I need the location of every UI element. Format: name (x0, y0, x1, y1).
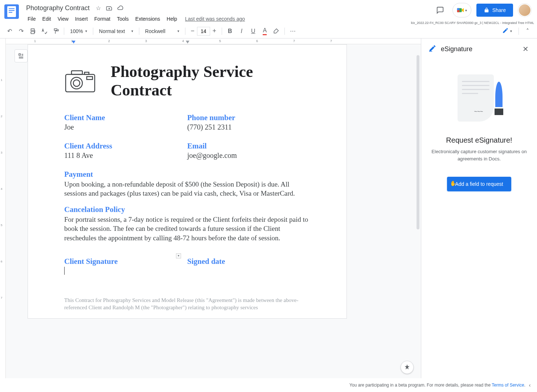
field-label-client-name: Client Name (64, 113, 187, 122)
body-text-payment: Upon booking, a non-refundable deposit o… (64, 180, 310, 198)
panel-heading: Request eSignature! (446, 136, 512, 144)
panel-description: Electronically capture customer signatur… (430, 148, 528, 162)
cursor-icon: ✋ (450, 180, 456, 186)
move-icon[interactable] (106, 4, 113, 12)
explore-button[interactable] (401, 361, 414, 374)
horizontal-ruler[interactable]: 1 1 2 3 4 5 6 7 7 (6, 38, 421, 44)
footer-text: This Contract for Photography Services a… (64, 297, 310, 311)
indent-marker-right-icon[interactable] (186, 41, 189, 44)
spellcheck-button[interactable] (39, 26, 49, 36)
vertical-ruler: 1 2 3 4 5 6 7 (0, 38, 6, 378)
add-field-label: Add a field to request (455, 181, 503, 187)
meet-button[interactable]: ▾ (452, 3, 471, 17)
bottom-bar: You are participating in a beta program.… (0, 378, 537, 392)
svg-rect-0 (7, 6, 16, 17)
menu-edit[interactable]: Edit (40, 15, 54, 23)
italic-button[interactable]: I (237, 26, 247, 36)
font-dropdown[interactable]: Rockwell▾ (142, 27, 182, 36)
lock-icon (484, 7, 489, 13)
esignature-illustration: ~~~ (454, 74, 505, 129)
esignature-icon (429, 44, 436, 54)
field-label-email: Email (187, 142, 310, 151)
styles-dropdown[interactable]: Normal text▾ (96, 27, 136, 36)
menu-help[interactable]: Help (164, 15, 180, 23)
beta-notice: You are participating in a beta program.… (349, 383, 525, 388)
svg-rect-18 (87, 77, 93, 79)
body-text-cancellation: For portrait sessions, a 7-day notice is… (64, 215, 310, 242)
underline-button[interactable]: U (248, 26, 258, 36)
debug-build-text: kix_2022.22-Fri_RC00 SCARY SHARD000 gc_3… (411, 21, 534, 25)
field-label-signed-date: Signed date (187, 257, 310, 266)
font-size-input[interactable] (197, 27, 210, 36)
zoom-dropdown[interactable]: 100%▾ (67, 27, 90, 36)
svg-rect-2 (9, 10, 15, 11)
menu-extensions[interactable]: Extensions (132, 15, 163, 23)
title-area: Photography Contract ☆ File Edit View In… (25, 3, 433, 23)
document-title[interactable]: Photography Contract (25, 4, 91, 13)
field-value-address: 111 8 Ave (64, 151, 187, 160)
canvas-area: 1 1 2 3 4 5 6 7 7 Photography Service Co… (6, 38, 421, 378)
cloud-status-icon[interactable] (116, 4, 124, 12)
paint-format-button[interactable] (51, 26, 61, 36)
menu-format[interactable]: Format (91, 15, 113, 23)
editing-mode-dropdown[interactable]: ▾ (499, 26, 515, 37)
docs-logo-icon[interactable] (4, 4, 19, 19)
print-button[interactable] (28, 26, 38, 36)
expand-side-button[interactable]: ‹ (525, 382, 534, 388)
text-color-button[interactable]: A (260, 26, 270, 36)
menu-file[interactable]: File (25, 15, 39, 23)
highlight-button[interactable] (271, 26, 282, 36)
terms-link[interactable]: Terms of Service (492, 383, 524, 388)
more-tools-button[interactable]: ⋯ (288, 26, 298, 36)
section-dropdown-icon[interactable]: ▾ (176, 253, 181, 258)
add-field-button[interactable]: ✋ Add a field to request (447, 177, 511, 191)
main-area: 1 2 3 4 5 6 7 1 1 2 3 4 5 6 7 7 Photog (0, 38, 537, 378)
pencil-icon (502, 27, 509, 35)
titlebar: Photography Contract ☆ File Edit View In… (0, 0, 537, 24)
outline-toggle-button[interactable] (15, 49, 28, 62)
svg-rect-1 (9, 8, 15, 9)
menu-tools[interactable]: Tools (114, 15, 132, 23)
collapse-toolbar-button[interactable]: ˄ (522, 26, 533, 36)
panel-title: eSignature (441, 45, 517, 53)
share-button[interactable]: Share (476, 4, 513, 17)
document-heading: Photography Service Contract (111, 63, 310, 99)
field-value-email: joe@google.com (187, 151, 310, 160)
svg-rect-5 (457, 8, 459, 11)
document-page[interactable]: Photography Service Contract Client Name… (28, 44, 347, 319)
title-right: ▾ Share (433, 3, 533, 17)
field-label-cancellation: Cancelation Policy (64, 205, 310, 214)
svg-rect-8 (19, 54, 21, 56)
share-label: Share (492, 7, 506, 13)
close-panel-button[interactable]: ✕ (521, 45, 530, 53)
field-label-payment: Payment (64, 170, 310, 179)
svg-rect-15 (85, 72, 89, 74)
font-size-control: − + (188, 27, 219, 36)
comments-button[interactable] (433, 3, 447, 17)
decrease-font-button[interactable]: − (188, 27, 197, 36)
svg-point-17 (73, 80, 80, 86)
camera-illustration-icon (64, 69, 96, 94)
vertical-scrollbar[interactable] (417, 44, 421, 378)
indent-marker-left-icon[interactable] (72, 41, 75, 44)
last-edit-link[interactable]: Last edit was seconds ago (185, 16, 245, 22)
text-cursor (64, 267, 65, 275)
field-value-phone: (770) 251 2311 (187, 123, 310, 131)
svg-point-16 (71, 77, 82, 89)
increase-font-button[interactable]: + (210, 27, 219, 36)
undo-button[interactable]: ↶ (4, 26, 15, 36)
bold-button[interactable]: B (225, 26, 235, 36)
field-label-address: Client Address (64, 142, 187, 151)
account-avatar[interactable] (518, 4, 531, 17)
menu-view[interactable]: View (55, 15, 71, 23)
menubar: File Edit View Insert Format Tools Exten… (25, 15, 433, 23)
redo-button[interactable]: ↷ (16, 26, 26, 36)
caret-down-icon: ▾ (465, 8, 467, 12)
svg-rect-6 (457, 10, 459, 12)
menu-insert[interactable]: Insert (72, 15, 91, 23)
svg-rect-7 (31, 31, 34, 33)
star-icon[interactable]: ☆ (95, 4, 102, 12)
field-label-signature: Client Signature (64, 257, 187, 266)
toolbar: ↶ ↷ 100%▾ Normal text▾ Rockwell▾ − + B I… (0, 24, 537, 38)
field-value-client-name: Joe (64, 123, 187, 131)
